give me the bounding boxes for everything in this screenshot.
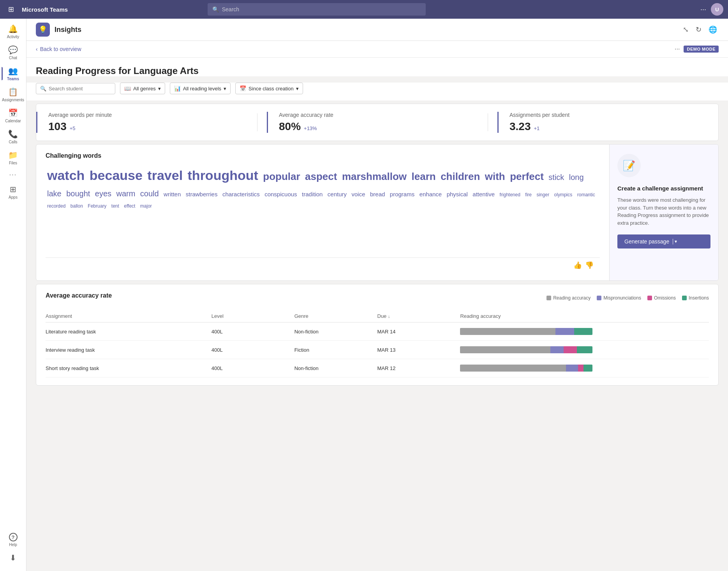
word-singer[interactable]: singer [535,190,551,199]
word-major[interactable]: major [139,202,153,211]
word-attentive[interactable]: attentive [471,189,496,200]
sidebar-item-files[interactable]: 📁 Files [2,148,25,167]
legend-item: Reading accuracy [546,295,591,301]
sidebar-label-chat: Chat [9,56,17,60]
reading-levels-filter-button[interactable]: 📊 All reading levels ▾ [170,83,231,94]
word-perfect[interactable]: perfect [508,168,545,186]
word-enhance[interactable]: enhance [418,189,444,200]
search-input[interactable] [222,6,421,12]
more-options-button[interactable]: ··· [675,46,680,53]
table-row[interactable]: Short story reading task400LNon-fictionM… [46,359,709,377]
word-stick[interactable]: stick [547,170,566,184]
sidebar-item-teams[interactable]: 👥 Teams [2,64,25,83]
word-fire[interactable]: fire [524,190,533,199]
insights-icon: 💡 [36,23,50,37]
minimize-icon[interactable]: ⤡ [681,24,690,35]
bar-segment [583,365,593,372]
bar-segment [577,346,593,353]
word-characteristics[interactable]: characteristics [221,189,261,200]
word-century[interactable]: century [326,189,348,200]
table-cell: 400L [212,347,294,353]
word-warm[interactable]: warm [115,187,137,201]
table-cell: Non-fiction [294,365,377,371]
word-with[interactable]: with [483,168,507,186]
help-icon: ? [9,533,18,541]
word-programs[interactable]: programs [388,189,416,200]
table-cell: MAR 13 [377,347,460,353]
word-eyes[interactable]: eyes [93,187,113,201]
stat-accuracy: Average accuracy rate 80% +13% [267,112,488,133]
word-because[interactable]: because [88,164,144,187]
topbar-more-icon[interactable]: ··· [700,5,706,14]
word-marshmallow[interactable]: marshmallow [340,168,408,186]
sidebar-item-more[interactable]: ··· [2,169,25,181]
word-tradition[interactable]: tradition [300,189,324,200]
accuracy-header: Average accuracy rate Reading accuracyMi… [46,292,709,304]
word-lake[interactable]: lake [46,187,63,201]
word-ballon[interactable]: ballon [69,202,85,211]
table-cell: Non-fiction [294,329,377,335]
bar-segment [550,346,564,353]
word-long[interactable]: long [568,170,585,184]
word-bread[interactable]: bread [368,189,386,200]
sidebar-item-apps[interactable]: ⊞ Apps [2,182,25,202]
stats-section: Average words per minute 103 +5 Average … [36,104,719,141]
word-physical[interactable]: physical [445,189,469,200]
word-effect[interactable]: effect [122,202,137,211]
sidebar-item-assignments[interactable]: 📋 Assignments [2,85,25,104]
table-row[interactable]: Literature reading task400LNon-fictionMA… [46,323,709,341]
sidebar-label-apps: Apps [9,195,18,199]
refresh-icon[interactable]: ↻ [694,24,703,35]
globe-icon[interactable]: 🌐 [707,24,719,35]
legend-color [597,296,601,300]
page-title: Reading Progress for Language Arts [36,65,719,76]
generate-passage-button[interactable]: Generate passage │▾ [617,234,710,248]
word-watch[interactable]: watch [46,164,86,187]
sidebar-item-activity[interactable]: 🔔 Activity [2,22,25,41]
reading-accuracy-bar [460,328,709,335]
sidebar-item-chat[interactable]: 💬 Chat [2,43,25,62]
word-cloud: watch because travel throughout popular … [46,164,600,257]
word-bought[interactable]: bought [65,187,92,201]
word-conspicuous[interactable]: conspicuous [263,189,298,200]
table-header-cell[interactable]: Due ↓ [377,313,460,319]
thumbs-up-button[interactable]: 👍 [573,261,582,270]
sidebar-item-download[interactable]: ⬇ [2,551,25,565]
thumbs-down-button[interactable]: 👎 [585,261,594,270]
genres-chevron-icon: ▾ [158,86,161,92]
word-strawberries[interactable]: strawberries [184,189,219,200]
avatar[interactable]: U [711,3,723,16]
table-row[interactable]: Interview reading task400LFictionMAR 13 [46,341,709,359]
sidebar-item-calls[interactable]: 📞 Calls [2,127,25,146]
word-aspect[interactable]: aspect [303,168,338,186]
word-february[interactable]: February [86,202,108,211]
sidebar-item-calendar[interactable]: 📅 Calendar [2,106,25,125]
word-olympics[interactable]: olympics [553,190,574,199]
back-to-overview-link[interactable]: ‹ Back to overview [36,46,81,52]
word-written[interactable]: written [162,189,182,200]
word-popular[interactable]: popular [261,168,301,186]
grid-icon[interactable]: ⊞ [5,5,17,14]
bar-segment [555,328,574,335]
search-bar[interactable]: 🔍 [208,3,426,16]
challenge-assignment-icon: 📝 [617,154,641,177]
word-tent[interactable]: tent [110,202,121,211]
date-range-filter-button[interactable]: 📅 Since class creation ▾ [235,83,303,94]
word-could[interactable]: could [139,187,160,201]
word-romantic[interactable]: romantic [576,190,597,199]
search-student-input[interactable] [49,86,111,92]
word-children[interactable]: children [439,168,481,186]
stat-wpm-delta: +5 [70,125,76,131]
search-student-wrapper[interactable]: 🔍 [36,83,115,94]
word-learn[interactable]: learn [410,168,437,186]
word-frightened[interactable]: frightened [498,190,522,199]
word-throughout[interactable]: throughout [186,164,260,187]
scroll-area[interactable]: ‹ Back to overview ··· DEMO MODE Reading… [26,41,728,571]
legend-item: Mispronunciations [597,295,641,301]
sidebar-item-help[interactable]: ? Help [2,530,25,549]
table-cell: MAR 12 [377,365,460,371]
word-travel[interactable]: travel [146,164,184,187]
genres-filter-button[interactable]: 📖 All genres ▾ [120,83,165,94]
word-voice[interactable]: voice [350,189,367,200]
word-recorded[interactable]: recorded [46,202,67,211]
